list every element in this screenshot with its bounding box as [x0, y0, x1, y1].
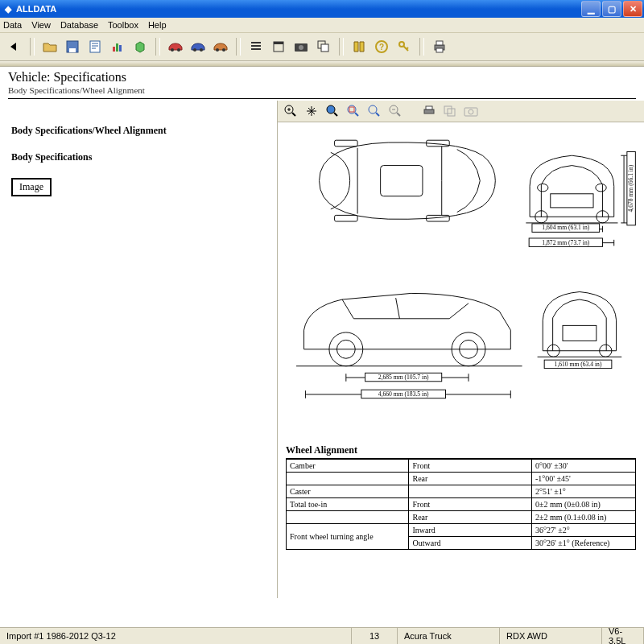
print-icon[interactable]: [430, 37, 449, 56]
svg-point-10: [216, 48, 219, 52]
image-button[interactable]: Image: [11, 178, 52, 196]
svg-rect-23: [436, 48, 443, 52]
svg-rect-38: [335, 215, 358, 221]
svg-line-56: [396, 298, 400, 319]
zoom-out-icon[interactable]: [387, 103, 403, 119]
svg-point-6: [171, 48, 174, 52]
menu-database[interactable]: Database: [60, 20, 98, 30]
camera-icon[interactable]: [291, 37, 311, 56]
breadcrumb: Body Specifications/Wheel Alignment: [8, 85, 636, 95]
car-red-icon[interactable]: [166, 37, 185, 56]
vehicle-diagram: 1,604 mm (63.1 in) 1,872 mm (73.7 in) 2,…: [278, 122, 644, 598]
table-row: Caster2°51' ±1°: [287, 485, 636, 498]
dim-length: 4,660 mm (183.5 in): [378, 390, 429, 398]
back-button[interactable]: [5, 37, 24, 56]
table-row: Rear-1°00' ±45': [287, 473, 636, 485]
menu-help[interactable]: Help: [148, 20, 167, 30]
svg-rect-1: [69, 48, 76, 52]
cascade-icon[interactable]: [314, 37, 333, 56]
page-header: Vehicle: Specifications Body Specificati…: [0, 67, 644, 101]
svg-rect-31: [426, 106, 432, 109]
menu-toolbox[interactable]: Toolbox: [108, 20, 138, 30]
table-row: Total toe-inFront0±2 mm (0±0.08 in): [287, 498, 636, 511]
maximize-button[interactable]: ▢: [602, 1, 621, 17]
toolbar-divider: [0, 61, 644, 67]
status-engine: V6-3.5L: [602, 628, 644, 644]
status-make: Acura Truck: [398, 628, 500, 644]
spec-title: Wheel Alignment: [286, 444, 636, 459]
help-icon[interactable]: ?: [372, 37, 391, 56]
main-toolbar: ?: [0, 33, 644, 61]
left-section-title: Body Specifications: [11, 151, 266, 163]
svg-point-11: [222, 48, 225, 52]
dim-rear-track: 1,610 mm (63.4 in): [555, 361, 602, 368]
svg-rect-30: [424, 109, 434, 114]
left-crumb: Body Specifications/Wheel Alignment: [11, 125, 266, 137]
cube-icon[interactable]: [130, 37, 150, 56]
svg-rect-3: [113, 47, 115, 52]
window-icon[interactable]: [269, 37, 288, 56]
dim-front-track: 1,604 mm (63.1 in): [542, 224, 589, 231]
table-row: Rear2±2 mm (0.1±0.08 in): [287, 511, 636, 524]
svg-point-8: [193, 48, 196, 52]
status-bar: Import #1 1986-2012 Q3-12 13 Acura Truck…: [0, 627, 644, 644]
close-button[interactable]: ✕: [623, 1, 642, 17]
menu-data[interactable]: Data: [3, 20, 22, 30]
vehicle-drawing: 1,604 mm (63.1 in) 1,872 mm (73.7 in) 2,…: [281, 127, 641, 441]
spec-table: CamberFront0°00' ±30' Rear-1°00' ±45' Ca…: [286, 459, 636, 550]
save-icon[interactable]: [63, 37, 82, 56]
image-toolbar: [278, 101, 644, 122]
svg-point-7: [177, 48, 180, 52]
svg-rect-37: [335, 140, 358, 147]
zoom-in-icon[interactable]: [283, 103, 299, 119]
minimize-button[interactable]: ▁: [581, 1, 601, 17]
svg-rect-2: [90, 41, 100, 52]
title-text: Specifications: [53, 70, 126, 84]
svg-rect-41: [551, 194, 593, 208]
car-swap-icon[interactable]: [211, 37, 230, 56]
svg-point-35: [469, 109, 473, 114]
menu-view[interactable]: View: [31, 20, 51, 30]
dim-front-width: 1,872 mm (73.7 in): [542, 239, 589, 246]
zoom-fit-icon[interactable]: [345, 103, 361, 119]
copy-image-icon[interactable]: [442, 103, 458, 119]
key-icon[interactable]: [394, 37, 414, 56]
svg-point-25: [327, 105, 335, 114]
list-icon[interactable]: [246, 37, 266, 56]
snapshot-icon[interactable]: [463, 103, 479, 119]
status-model: RDX AWD: [500, 628, 602, 644]
chart-icon[interactable]: [108, 37, 127, 56]
svg-rect-17: [321, 44, 328, 52]
title-prefix: Vehicle:: [8, 70, 50, 84]
window-title: ALLDATA: [16, 4, 56, 14]
status-col1: 13: [352, 628, 398, 644]
zoom-region-icon[interactable]: [324, 103, 341, 119]
zoom-actual-icon[interactable]: [366, 103, 382, 119]
svg-rect-36: [381, 166, 423, 196]
svg-point-9: [200, 48, 203, 52]
svg-point-15: [299, 45, 303, 50]
svg-rect-27: [349, 107, 354, 112]
table-row: Front wheel turning angleInward36°27' ±2…: [287, 524, 636, 537]
dim-wheelbase: 2,685 mm (105.7 in): [378, 374, 429, 381]
status-source: Import #1 1986-2012 Q3-12: [0, 628, 352, 644]
svg-point-28: [369, 105, 377, 114]
right-panel: 1,604 mm (63.1 in) 1,872 mm (73.7 in) 2,…: [278, 101, 644, 598]
svg-point-45: [596, 184, 606, 192]
svg-point-44: [538, 184, 548, 192]
svg-rect-22: [436, 41, 443, 45]
page-title: Vehicle: Specifications: [8, 70, 636, 85]
print-image-icon[interactable]: [421, 103, 437, 119]
window-titlebar: ◆ ALLDATA ▁ ▢ ✕: [0, 0, 644, 18]
car-blue-icon[interactable]: [188, 37, 208, 56]
folder-icon[interactable]: [40, 37, 60, 56]
book-icon[interactable]: [349, 37, 369, 56]
content-area: Body Specifications/Wheel Alignment Body…: [0, 101, 644, 598]
doc-icon[interactable]: [85, 37, 105, 56]
spec-section: Wheel Alignment CamberFront0°00' ±30' Re…: [281, 443, 641, 550]
pan-icon[interactable]: [303, 103, 320, 119]
menu-bar: Data View Database Toolbox Help: [0, 18, 644, 33]
svg-rect-5: [119, 45, 122, 52]
left-panel: Body Specifications/Wheel Alignment Body…: [0, 101, 277, 598]
svg-rect-13: [274, 42, 283, 44]
